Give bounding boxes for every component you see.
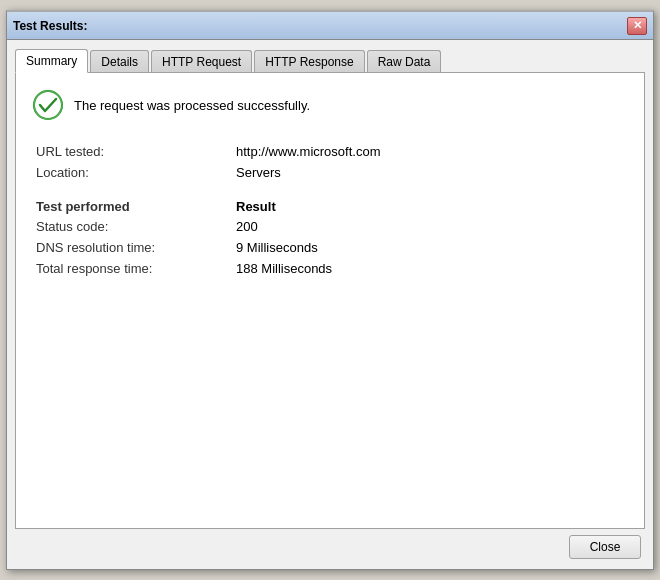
dns-row: DNS resolution time: 9 Milliseconds xyxy=(32,237,628,258)
total-row: Total response time: 188 Milliseconds xyxy=(32,258,628,279)
dns-label: DNS resolution time: xyxy=(32,237,232,258)
tab-details[interactable]: Details xyxy=(90,50,149,73)
window-body: Summary Details HTTP Request HTTP Respon… xyxy=(7,40,653,569)
total-value: 188 Milliseconds xyxy=(232,258,628,279)
url-row: URL tested: http://www.microsoft.com xyxy=(32,141,628,162)
location-value: Servers xyxy=(232,162,628,183)
tab-http-request[interactable]: HTTP Request xyxy=(151,50,252,73)
test-results-window: Test Results: ✕ Summary Details HTTP Req… xyxy=(6,10,654,570)
tab-bar: Summary Details HTTP Request HTTP Respon… xyxy=(15,48,645,72)
success-message: The request was processed successfully. xyxy=(74,98,310,113)
test-header: Test performed xyxy=(32,189,232,216)
tab-content-summary: The request was processed successfully. … xyxy=(15,72,645,529)
status-code-label: Status code: xyxy=(32,216,232,237)
close-button[interactable]: Close xyxy=(569,535,641,559)
tab-http-response[interactable]: HTTP Response xyxy=(254,50,364,73)
tab-raw-data[interactable]: Raw Data xyxy=(367,50,442,73)
dns-value: 9 Milliseconds xyxy=(232,237,628,258)
result-header: Result xyxy=(232,189,628,216)
total-label: Total response time: xyxy=(32,258,232,279)
success-row: The request was processed successfully. xyxy=(32,89,628,121)
info-table: URL tested: http://www.microsoft.com Loc… xyxy=(32,141,628,279)
url-value: http://www.microsoft.com xyxy=(232,141,628,162)
url-label: URL tested: xyxy=(32,141,232,162)
location-row: Location: Servers xyxy=(32,162,628,183)
status-code-value: 200 xyxy=(232,216,628,237)
location-label: Location: xyxy=(32,162,232,183)
window-title: Test Results: xyxy=(13,19,87,33)
section-header-row: Test performed Result xyxy=(32,189,628,216)
footer: Close xyxy=(15,529,645,561)
window-close-button[interactable]: ✕ xyxy=(627,17,647,35)
tab-panel-container: Summary Details HTTP Request HTTP Respon… xyxy=(15,48,645,529)
title-bar: Test Results: ✕ xyxy=(7,12,653,40)
status-code-row: Status code: 200 xyxy=(32,216,628,237)
tab-summary[interactable]: Summary xyxy=(15,49,88,73)
success-icon xyxy=(32,89,64,121)
